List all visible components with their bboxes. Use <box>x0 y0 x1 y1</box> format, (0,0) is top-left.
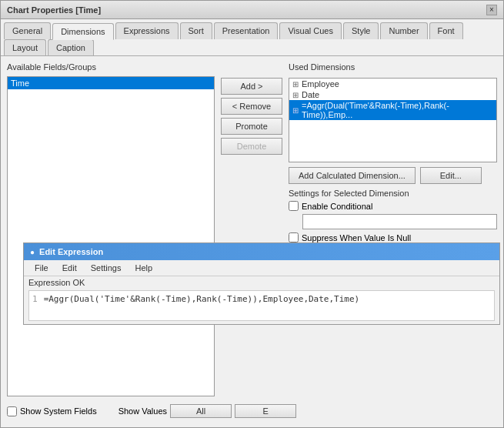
main-area: Available Fields/Groups Time Add > < Rem… <box>7 62 497 396</box>
demote-button[interactable]: Demote <box>221 138 282 155</box>
tab-style[interactable]: Style <box>343 22 379 39</box>
used-dimensions-list[interactable]: ⊞ Employee ⊞ Date ⊞ =Aggr(Dual('Time'&Ra… <box>289 78 497 162</box>
close-button[interactable]: × <box>486 5 497 15</box>
tab-presentation[interactable]: Presentation <box>214 22 279 39</box>
edit-button[interactable]: Edit... <box>420 167 482 184</box>
edit-expression-content[interactable]: 1 =Aggr(Dual('Time'&Rank(-Time),Rank(-Ti… <box>28 290 495 321</box>
dim-label-employee: Employee <box>302 79 339 89</box>
tab-layout[interactable]: Layout <box>4 39 46 55</box>
window-title: Chart Properties [Time] <box>7 5 101 15</box>
available-fields-list[interactable]: Time <box>7 76 215 396</box>
tab-bar: General Dimensions Expressions Sort Pres… <box>1 19 503 56</box>
edit-expression-title: Edit Expression <box>39 247 103 256</box>
settings-title: Settings for Selected Dimension <box>289 189 497 198</box>
show-system-fields-row: Show System Fields <box>7 406 97 416</box>
edit-expression-menubar: File Edit Settings Help <box>24 260 499 276</box>
conditional-input[interactable] <box>302 214 497 229</box>
show-system-fields-label: Show System Fields <box>20 406 97 416</box>
suppress-null-checkbox[interactable] <box>289 232 299 242</box>
dimension-buttons: Add > < Remove Promote Demote <box>221 62 282 396</box>
dim-label-date: Date <box>302 90 319 99</box>
tab-caption[interactable]: Caption <box>48 39 94 55</box>
enable-conditional-row: Enable Conditional <box>289 201 497 211</box>
expand-icon-employee: ⊞ <box>292 80 299 89</box>
dim-item-date[interactable]: ⊞ Date <box>289 89 496 100</box>
promote-button[interactable]: Promote <box>221 118 282 135</box>
content-area: Available Fields/Groups Time Add > < Rem… <box>1 56 503 427</box>
tab-font[interactable]: Font <box>429 22 463 39</box>
enable-conditional-checkbox[interactable] <box>289 201 299 211</box>
available-fields-label: Available Fields/Groups <box>7 62 215 72</box>
used-dimensions-label: Used Dimensions <box>289 62 497 72</box>
tab-number[interactable]: Number <box>380 22 427 39</box>
show-values-section: Show Values All E <box>118 404 296 418</box>
conditional-input-wrapper <box>289 214 497 229</box>
dim-label-aggr: =Aggr(Dual('Time'&Rank(-Time),Rank(-Time… <box>302 101 493 119</box>
action-buttons: Add Calculated Dimension... Edit... <box>289 167 497 184</box>
left-panel: Available Fields/Groups Time <box>7 62 215 396</box>
expand-icon-date: ⊞ <box>292 91 299 99</box>
tab-visual-cues[interactable]: Visual Cues <box>279 22 342 39</box>
list-item-time[interactable]: Time <box>8 77 214 89</box>
suppress-null-label: Suppress When Value Is Null <box>302 233 411 242</box>
title-bar: Chart Properties [Time] × <box>1 1 503 19</box>
edit-expression-status: Expression OK <box>24 276 499 289</box>
show-system-fields-checkbox[interactable] <box>7 406 17 416</box>
expression-text[interactable]: =Aggr(Dual('Time'&Rank(-Time),Rank(-Time… <box>44 294 360 317</box>
tab-sort[interactable]: Sort <box>180 22 212 39</box>
menu-settings[interactable]: Settings <box>85 262 128 274</box>
expand-icon-aggr: ⊞ <box>292 106 299 115</box>
edit-expression-icon: ● <box>30 248 35 256</box>
edit-expression-overlay: ● Edit Expression File Edit Settings Hel… <box>23 242 500 325</box>
add-calculated-button[interactable]: Add Calculated Dimension... <box>289 167 416 184</box>
remove-button[interactable]: < Remove <box>221 98 282 115</box>
menu-edit[interactable]: Edit <box>56 262 83 274</box>
chart-properties-window: Chart Properties [Time] × General Dimens… <box>0 0 504 428</box>
line-number: 1 <box>32 294 38 317</box>
edit-expression-titlebar: ● Edit Expression <box>24 243 499 260</box>
enable-conditional-label: Enable Conditional <box>302 202 372 211</box>
suppress-null-row: Suppress When Value Is Null <box>289 232 497 242</box>
tab-dimensions[interactable]: Dimensions <box>52 23 113 40</box>
show-values-label: Show Values <box>118 406 167 416</box>
tab-expressions[interactable]: Expressions <box>115 22 179 39</box>
bottom-section: Show System Fields Show Values All E <box>7 401 497 421</box>
add-button[interactable]: Add > <box>221 78 282 95</box>
dim-item-aggr[interactable]: ⊞ =Aggr(Dual('Time'&Rank(-Time),Rank(-Ti… <box>289 100 496 120</box>
all-button[interactable]: All <box>170 404 232 418</box>
dim-item-employee[interactable]: ⊞ Employee <box>289 79 496 89</box>
right-panel: Used Dimensions ⊞ Employee ⊞ Date ⊞ =Agg… <box>289 62 497 396</box>
edit-expr-small-button[interactable]: E <box>235 404 296 418</box>
menu-file[interactable]: File <box>28 262 55 274</box>
menu-help[interactable]: Help <box>129 262 159 274</box>
tab-general[interactable]: General <box>4 22 51 39</box>
